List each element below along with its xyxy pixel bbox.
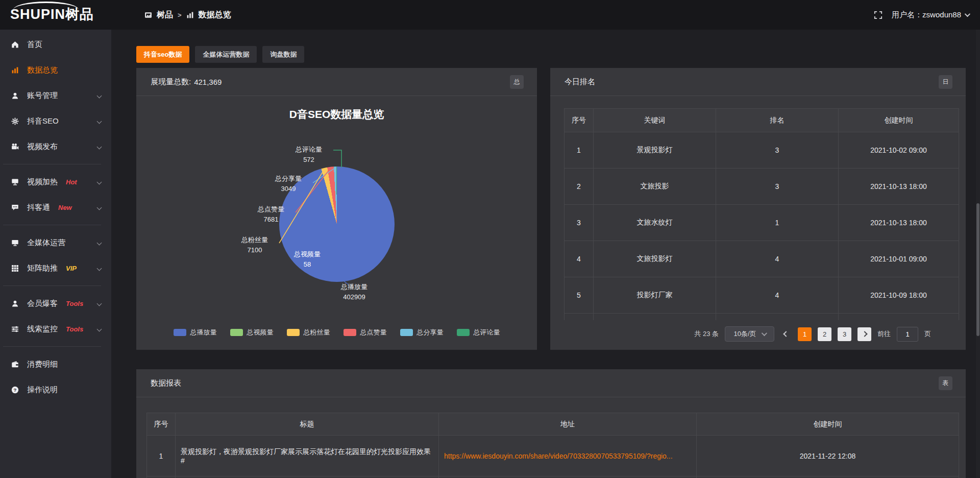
chevron-down-icon — [97, 326, 102, 331]
pie-label-shares: 总分享量3049 — [263, 174, 314, 194]
pie-label-fans: 总粉丝量7100 — [229, 235, 280, 255]
sliders-icon — [11, 325, 19, 333]
sidebar-item-video-publish[interactable]: 视频发布 — [0, 134, 111, 159]
vip-badge: VIP — [66, 265, 77, 272]
breadcrumb-root[interactable]: 树品 — [157, 10, 173, 20]
sidebar-item-label: 首页 — [27, 40, 42, 50]
app-header: SHUPIN树品 树品 > 数据总览 用户名：zswodun88 — [0, 0, 980, 30]
table-row: 1 景观投影灯，夜游景观投影灯厂家展示展示落花灯在花园里的灯光投影应用效果 # … — [147, 436, 959, 476]
legend-swatch — [344, 329, 356, 336]
sidebar-item-douyin-seo[interactable]: 抖音SEO — [0, 108, 111, 134]
tab-inquiry[interactable]: 询盘数据 — [262, 46, 304, 63]
report-title: 数据报表 — [151, 378, 181, 388]
page-button-2[interactable]: 2 — [818, 327, 831, 341]
sidebar-divider — [3, 285, 101, 286]
page-button-1[interactable]: 1 — [798, 327, 812, 341]
legend-item-fans[interactable]: 总粉丝量 — [287, 328, 330, 337]
sidebar-item-label: 线索监控 — [27, 324, 58, 334]
tab-omnimedia[interactable]: 全媒体运营数据 — [195, 46, 257, 63]
metric-value: 421,369 — [194, 78, 222, 86]
ranking-table-header: 序号 关键词 排名 创建时间 — [565, 109, 959, 132]
sidebar-item-omnimedia[interactable]: 全媒体运营 — [0, 230, 111, 255]
report-card: 数据报表 表 序号 标题 地址 创建时间 1 景观投影灯，夜游景观投影灯厂家展示… — [136, 369, 966, 478]
gear-icon — [11, 117, 19, 125]
video-camera-icon — [11, 143, 19, 151]
fullscreen-icon[interactable] — [874, 11, 883, 19]
sidebar-item-leads-monitor[interactable]: 线索监控 Tools — [0, 316, 111, 342]
legend-swatch — [287, 329, 300, 336]
sidebar-item-help[interactable]: ? 操作说明 — [0, 377, 111, 402]
ranking-card: 今日排名 日 序号 关键词 排名 创建时间 1 景观投影灯 3 2021-10-… — [550, 68, 966, 350]
breadcrumb: 树品 > 数据总览 — [144, 0, 231, 30]
pagination: 共 23 条 10条/页 1 2 3 前往 页 — [550, 326, 966, 342]
sidebar-item-label: 抖客通 — [27, 203, 50, 212]
sidebar-item-doketong[interactable]: 抖客通 New — [0, 195, 111, 220]
screen: SHUPIN树品 树品 > 数据总览 用户名：zswodun88 首页 数据总览 — [0, 0, 980, 478]
pie-label-videos: 总视频量58 — [284, 249, 330, 270]
sidebar-item-video-heat[interactable]: 视频加热 Hot — [0, 169, 111, 195]
bar-chart-icon — [11, 66, 19, 74]
legend-swatch — [174, 329, 186, 336]
site-icon — [144, 11, 152, 19]
sidebar-item-label: 会员爆客 — [27, 299, 58, 308]
ranking-table: 序号 关键词 排名 创建时间 1 景观投影灯 3 2021-10-02 09:0… — [564, 108, 959, 320]
chevron-down-icon — [761, 330, 767, 336]
page-size-select[interactable]: 10条/页 — [725, 326, 774, 342]
wallet-icon — [11, 361, 19, 368]
sidebar-item-home[interactable]: 首页 — [0, 32, 111, 57]
user-icon — [11, 92, 19, 100]
legend-item-comments[interactable]: 总评论量 — [457, 328, 500, 337]
metric-label: 展现量总数: — [151, 77, 191, 87]
svg-text:?: ? — [14, 387, 17, 392]
legend-item-likes[interactable]: 总点赞量 — [344, 328, 387, 337]
goto-page-input[interactable] — [897, 327, 918, 342]
sidebar-item-account[interactable]: 账号管理 — [0, 83, 111, 108]
chevron-down-icon — [97, 93, 102, 98]
sidebar-item-label: 视频发布 — [27, 142, 58, 152]
question-circle-icon: ? — [11, 386, 19, 394]
ranking-card-header: 今日排名 日 — [550, 68, 966, 96]
total-view-button[interactable]: 总 — [510, 75, 524, 89]
chevron-down-icon — [97, 144, 102, 149]
legend-item-shares[interactable]: 总分享量 — [400, 328, 444, 337]
table-row: 4 文旅投影灯 4 2021-10-01 09:00 — [565, 241, 959, 277]
table-row-clipped — [565, 314, 959, 320]
legend-item-plays[interactable]: 总播放量 — [174, 328, 217, 337]
table-row: 2 文旅投影 3 2021-10-13 18:00 — [565, 169, 959, 205]
sidebar-item-label: 全媒体运营 — [27, 238, 65, 248]
logo-arc — [13, 2, 79, 10]
table-view-button[interactable]: 表 — [939, 376, 952, 390]
sidebar: 首页 数据总览 账号管理 抖音SEO 视频发布 视频加热 Hot — [0, 30, 111, 478]
scrollbar-thumb[interactable] — [976, 203, 979, 336]
pie-label-likes: 总点赞量7681 — [246, 204, 297, 225]
monitor-icon — [11, 239, 19, 247]
chat-icon — [11, 204, 19, 211]
home-icon — [11, 41, 19, 49]
report-table: 序号 标题 地址 创建时间 1 景观投影灯，夜游景观投影灯厂家展示展示落花灯在花… — [146, 413, 959, 478]
next-page-button[interactable] — [857, 327, 871, 341]
chevron-down-icon — [97, 205, 102, 210]
page-button-3[interactable]: 3 — [838, 327, 851, 341]
bar-chart-icon — [186, 11, 194, 19]
tools-badge: Tools — [66, 300, 83, 307]
daily-view-button[interactable]: 日 — [939, 75, 952, 89]
legend-swatch — [230, 329, 243, 336]
sidebar-item-matrix-boost[interactable]: 矩阵助推 VIP — [0, 255, 111, 281]
sidebar-item-label: 矩阵助推 — [27, 264, 58, 273]
goto-unit: 页 — [924, 329, 931, 339]
table-row: 3 文旅水纹灯 1 2021-10-13 18:00 — [565, 205, 959, 241]
scrollbar[interactable] — [976, 30, 980, 478]
sidebar-item-spend-detail[interactable]: 消费明细 — [0, 351, 111, 377]
user-menu[interactable]: 用户名：zswodun88 — [892, 10, 969, 20]
member-icon — [11, 300, 19, 307]
legend-item-videos[interactable]: 总视频量 — [230, 328, 274, 337]
breadcrumb-current[interactable]: 数据总览 — [199, 10, 231, 20]
sidebar-item-member-burst[interactable]: 会员爆客 Tools — [0, 291, 111, 316]
pie-chart: D音SEO数据量总览 总评论量572 总分享量3049 总点赞量7681 — [136, 96, 537, 349]
chevron-down-icon — [97, 118, 102, 124]
sidebar-item-data-overview[interactable]: 数据总览 — [0, 57, 111, 83]
prev-page-button[interactable] — [780, 327, 792, 341]
video-link[interactable]: https://www.iesdouyin.com/share/video/70… — [444, 452, 673, 460]
tab-douyin-seo[interactable]: 抖音seo数据 — [136, 46, 189, 63]
chevron-down-icon — [97, 266, 102, 271]
